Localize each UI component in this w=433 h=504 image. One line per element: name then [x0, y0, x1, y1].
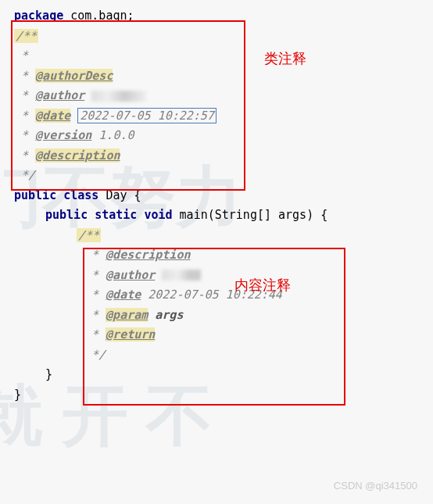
mdoc-description: * @description — [14, 245, 433, 266]
mdoc-date: * @date 2022-07-05 10:22:44 — [14, 285, 433, 306]
doc-authordesc: * @authorDesc — [14, 66, 433, 87]
keyword-package: package — [14, 9, 63, 23]
doc-star: * — [14, 46, 433, 66]
description-tag: @description — [106, 248, 190, 262]
mdoc-return: * @return — [14, 325, 433, 345]
date-tag: @date — [106, 288, 141, 302]
keyword-static: static — [88, 208, 137, 222]
date-value: 2022-07-05 10:22:57 — [77, 108, 216, 123]
class-comment-label: 类注释 — [264, 47, 306, 71]
package-line: package com.baqn; — [14, 6, 433, 27]
method-sig: main(String[] args) { — [180, 208, 328, 222]
method-decl-line: public static void main(String[] args) { — [14, 206, 433, 226]
class-name: Day { — [106, 188, 141, 202]
param-tag: @param — [106, 308, 148, 322]
authordesc-tag: @authorDesc — [35, 69, 113, 83]
author-tag: @author — [35, 88, 84, 102]
censored-author — [91, 91, 146, 102]
return-tag: @return — [106, 327, 155, 341]
keyword-public: public — [45, 208, 88, 222]
censored-author — [162, 270, 201, 281]
mdoc-param: * @param args — [14, 306, 433, 326]
doc-date: * @date 2022-07-05 10:22:57 — [14, 106, 433, 127]
method-close-brace: } — [14, 365, 433, 385]
keyword-class: class — [56, 188, 106, 202]
code-editor[interactable]: package com.baqn; /** * * @authorDesc * … — [14, 6, 433, 405]
method-comment-label: 内容注释 — [234, 273, 291, 298]
doc-open: /** — [14, 27, 433, 47]
author-tag: @author — [106, 268, 155, 282]
package-name: com.baqn; — [63, 9, 134, 23]
keyword-public: public — [14, 188, 56, 202]
mdoc-close: */ — [14, 345, 433, 366]
param-name: args — [148, 308, 183, 322]
doc-close: */ — [14, 166, 433, 186]
footer-watermark: CSDN @qi341500 — [334, 477, 417, 495]
version-value: 1.0.0 — [91, 128, 134, 142]
doc-version: * @version 1.0.0 — [14, 126, 433, 146]
mdoc-open: /** — [14, 226, 433, 246]
class-decl-line: public class Day { — [14, 186, 433, 206]
class-close-brace: } — [14, 385, 433, 406]
version-tag: @version — [35, 128, 91, 142]
mdoc-author: * @author — [14, 266, 433, 286]
doc-description: * @description — [14, 146, 433, 166]
description-tag: @description — [35, 148, 120, 163]
date-tag: @date — [35, 109, 70, 123]
doc-author: * @author — [14, 86, 433, 106]
keyword-void: void — [137, 208, 179, 222]
